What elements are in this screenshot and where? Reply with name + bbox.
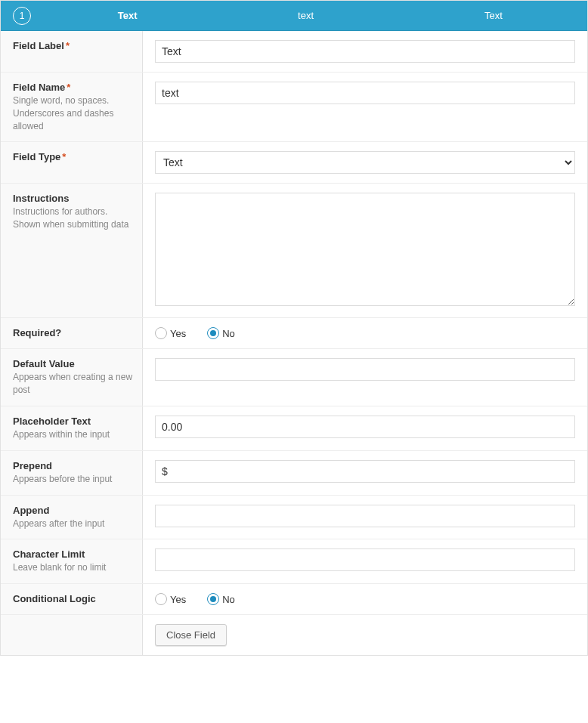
prepend-input[interactable] bbox=[155, 460, 575, 483]
row-footer: Close Field bbox=[1, 615, 587, 655]
default-value-label: Default Value bbox=[13, 358, 75, 369]
placeholder-text-desc: Appears within the input bbox=[13, 428, 133, 441]
default-value-input[interactable] bbox=[155, 358, 575, 381]
row-default-value: Default Value Appears when creating a ne… bbox=[1, 349, 587, 406]
required-radio-group: Yes No bbox=[155, 327, 575, 339]
close-field-button[interactable]: Close Field bbox=[155, 624, 227, 646]
required-marker: * bbox=[66, 40, 70, 51]
row-field-label: Field Label* bbox=[1, 31, 587, 73]
prepend-desc: Appears before the input bbox=[13, 473, 133, 486]
field-name-label: Field Name bbox=[13, 82, 65, 93]
row-field-name: Field Name* Single word, no spaces. Unde… bbox=[1, 73, 587, 142]
row-character-limit: Character Limit Leave blank for no limit bbox=[1, 539, 587, 584]
conditional-yes-radio[interactable] bbox=[155, 593, 167, 605]
placeholder-text-label: Placeholder Text bbox=[13, 416, 91, 427]
conditional-yes-label: Yes bbox=[170, 594, 186, 605]
required-no-radio[interactable] bbox=[207, 327, 219, 339]
row-instructions: Instructions Instructions for authors. S… bbox=[1, 184, 587, 318]
field-name-input[interactable] bbox=[155, 82, 575, 104]
field-label-input[interactable] bbox=[155, 40, 575, 63]
default-value-desc: Appears when creating a new post bbox=[13, 371, 133, 397]
placeholder-text-input[interactable] bbox=[155, 416, 575, 438]
character-limit-label: Character Limit bbox=[13, 548, 85, 560]
character-limit-input[interactable] bbox=[155, 548, 575, 571]
instructions-textarea[interactable] bbox=[155, 193, 575, 306]
conditional-no-label: No bbox=[222, 594, 235, 605]
field-header[interactable]: 1 Text text Text bbox=[1, 1, 587, 31]
field-order-number: 1 bbox=[13, 7, 31, 25]
field-order: 1 bbox=[1, 7, 43, 25]
instructions-label: Instructions bbox=[13, 193, 69, 204]
append-label: Append bbox=[13, 505, 49, 516]
required-marker: * bbox=[67, 82, 70, 93]
required-marker: * bbox=[62, 151, 66, 162]
instructions-desc: Instructions for authors. Shown when sub… bbox=[13, 205, 133, 231]
conditional-logic-radio-group: Yes No bbox=[155, 593, 575, 605]
header-field-name: text bbox=[212, 10, 399, 21]
conditional-logic-label: Conditional Logic bbox=[13, 593, 96, 604]
field-label-label: Field Label bbox=[13, 40, 64, 51]
append-desc: Appears after the input bbox=[13, 518, 133, 530]
row-prepend: Prepend Appears before the input bbox=[1, 451, 587, 496]
prepend-label: Prepend bbox=[13, 460, 52, 471]
field-type-label: Field Type bbox=[13, 151, 60, 162]
field-name-desc: Single word, no spaces. Underscores and … bbox=[13, 94, 133, 132]
character-limit-desc: Leave blank for no limit bbox=[13, 561, 133, 574]
conditional-no-radio[interactable] bbox=[207, 593, 219, 605]
required-label: Required? bbox=[13, 327, 61, 338]
row-append: Append Appears after the input bbox=[1, 496, 587, 540]
header-field-label: Text bbox=[43, 10, 212, 21]
row-required: Required? Yes No bbox=[1, 318, 587, 349]
append-input[interactable] bbox=[155, 505, 575, 527]
required-yes-radio[interactable] bbox=[155, 327, 167, 339]
required-no-label: No bbox=[222, 328, 235, 339]
field-editor-panel: 1 Text text Text Field Label* Field Name… bbox=[0, 0, 588, 656]
row-field-type: Field Type* Text bbox=[1, 142, 587, 184]
required-yes-label: Yes bbox=[170, 328, 186, 339]
row-placeholder-text: Placeholder Text Appears within the inpu… bbox=[1, 406, 587, 451]
field-type-select[interactable]: Text bbox=[155, 151, 575, 174]
header-field-type: Text bbox=[400, 10, 587, 21]
row-conditional-logic: Conditional Logic Yes No bbox=[1, 584, 587, 615]
